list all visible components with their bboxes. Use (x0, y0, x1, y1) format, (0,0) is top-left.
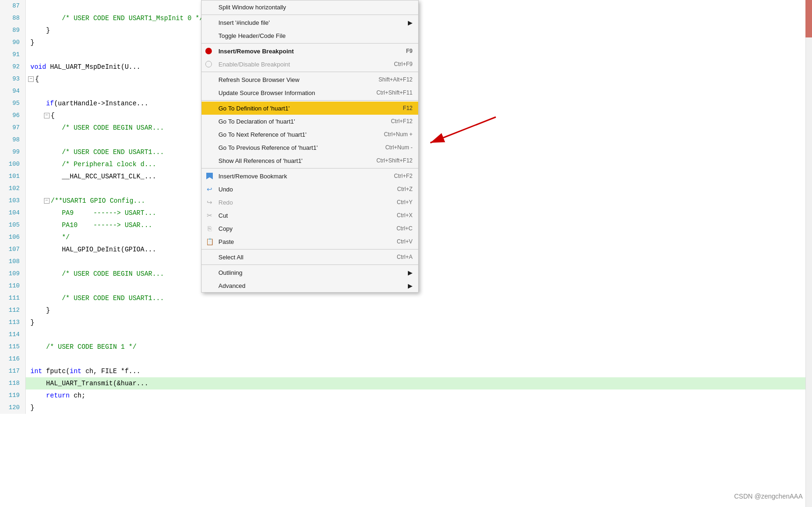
paste-icon: 📋 (204, 238, 215, 245)
menu-separator-4 (202, 100, 418, 101)
menu-item-show-all-refs[interactable]: Show All References of 'huart1' Ctrl+Shi… (202, 154, 418, 167)
copy-icon: ⎘ (204, 225, 215, 232)
redo-icon: ↪ (204, 198, 215, 206)
menu-item-advanced[interactable]: Advanced ▶ (202, 279, 418, 292)
line-115: 115 /* USER CODE BEGIN 1 */ (0, 341, 812, 353)
menu-item-goto-definition[interactable]: Go To Definition of 'huart1' F12 (202, 102, 418, 115)
undo-icon: ↩ (204, 185, 215, 193)
menu-item-undo[interactable]: ↩ Undo Ctrl+Z (202, 183, 418, 196)
bookmark-icon (204, 173, 215, 179)
menu-item-cut[interactable]: ✂ Cut Ctrl+X (202, 209, 418, 222)
menu-item-goto-prev-ref[interactable]: Go To Previous Reference of 'huart1' Ctr… (202, 141, 418, 154)
menu-item-insert-bookmark[interactable]: Insert/Remove Bookmark Ctrl+F2 (202, 169, 418, 183)
breakpoint-icon (204, 48, 215, 54)
menu-item-refresh-browser[interactable]: Refresh Source Browser View Shift+Alt+F1… (202, 73, 418, 86)
line-119: 119 return ch; (0, 389, 812, 402)
menu-separator-3 (202, 72, 418, 72)
line-117: 117 int fputc(int ch, FILE *f... (0, 365, 812, 377)
scroll-bar[interactable] (805, 0, 812, 507)
menu-item-toggle-header[interactable]: Toggle Header/Code File (202, 29, 418, 42)
menu-item-enable-breakpoint[interactable]: Enable/Disable Breakpoint Ctrl+F9 (202, 58, 418, 71)
line-114: 114 (0, 329, 812, 341)
menu-item-goto-declaration[interactable]: Go To Declaration of 'huart1' Ctrl+F12 (202, 115, 418, 128)
line-113: 113 } (0, 316, 812, 329)
menu-separator-7 (202, 265, 418, 265)
menu-item-update-browser[interactable]: Update Source Browser Information Ctrl+S… (202, 86, 418, 99)
watermark: CSDN @zengchenAAA (734, 492, 803, 500)
menu-item-paste[interactable]: 📋 Paste Ctrl+V (202, 235, 418, 248)
menu-separator-2 (202, 43, 418, 44)
menu-item-redo[interactable]: ↪ Redo Ctrl+Y (202, 196, 418, 209)
breakpoint-empty-icon (204, 61, 215, 67)
context-menu: Split Window horizontally Insert '#inclu… (201, 0, 419, 293)
line-116: 116 (0, 353, 812, 365)
line-118: 118 HAL_UART_Transmit(&huar... (0, 377, 812, 389)
scroll-thumb[interactable] (805, 0, 812, 37)
menu-item-select-all[interactable]: Select All Ctrl+A (202, 250, 418, 264)
line-120: 120 } (0, 402, 812, 414)
menu-separator-6 (202, 249, 418, 250)
line-111: 111 /* USER CODE END USART1... (0, 292, 812, 304)
menu-separator-1 (202, 15, 418, 15)
menu-item-insert-breakpoint[interactable]: Insert/Remove Breakpoint F9 (202, 44, 418, 58)
line-112: 112 } (0, 304, 812, 316)
menu-item-outlining[interactable]: Outlining ▶ (202, 266, 418, 279)
code-editor: 87 88 /* USER CODE END USART1_MspInit 0 … (0, 0, 812, 507)
menu-item-goto-next-ref[interactable]: Go To Next Reference of 'huart1' Ctrl+Nu… (202, 128, 418, 141)
menu-item-split-window[interactable]: Split Window horizontally (202, 0, 418, 14)
menu-separator-5 (202, 168, 418, 169)
menu-item-insert-include[interactable]: Insert '#include file' ▶ (202, 16, 418, 29)
menu-item-copy[interactable]: ⎘ Copy Ctrl+C (202, 222, 418, 235)
cut-icon: ✂ (204, 212, 215, 219)
